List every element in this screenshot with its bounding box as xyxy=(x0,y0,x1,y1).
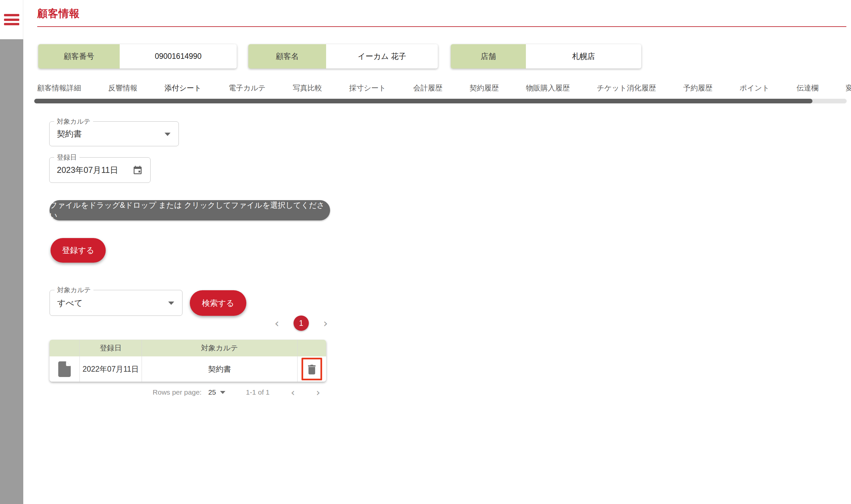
pagination-prev-icon[interactable]: ‹ xyxy=(275,318,279,329)
store-card: 店舗 札幌店 xyxy=(451,44,641,69)
hamburger-menu-icon[interactable] xyxy=(4,14,19,25)
attachments-table: 登録日 対象カルテ 2022年07月11日 契約書 xyxy=(50,340,326,382)
tab-clipped[interactable]: 変 xyxy=(846,82,851,96)
pagination-page-1[interactable]: 1 xyxy=(293,316,309,331)
chevron-down-icon xyxy=(168,302,174,305)
tab-ticket-usage-history[interactable]: チケット消化履歴 xyxy=(597,82,656,96)
hamburger-bar xyxy=(4,14,19,16)
header-file-column xyxy=(50,340,80,356)
chevron-down-icon xyxy=(220,391,225,394)
store-label: 店舗 xyxy=(451,44,526,69)
rows-per-page-value: 25 xyxy=(208,388,216,396)
actions-cell xyxy=(297,356,326,382)
table-row: 2022年07月11日 契約書 xyxy=(50,356,326,382)
table-prev-page-icon[interactable]: ‹ xyxy=(291,386,295,398)
chevron-down-icon xyxy=(165,133,170,136)
file-icon[interactable] xyxy=(58,361,71,377)
register-button[interactable]: 登録する xyxy=(51,238,106,263)
tab-customer-detail[interactable]: 顧客情報詳細 xyxy=(37,82,81,96)
sidebar-collapsed xyxy=(0,39,23,504)
app-window: 顧客情報 顧客番号 09001614990 顧客名 イーカム 花子 店舗 札幌店… xyxy=(0,0,851,504)
pagination-next-icon[interactable]: › xyxy=(323,318,328,329)
scrollbar-thumb[interactable] xyxy=(34,99,812,103)
target-karte-select[interactable]: 対象カルテ 契約書 xyxy=(49,121,179,146)
tab-merchandise-history[interactable]: 物販購入履歴 xyxy=(526,82,570,96)
table-next-page-icon[interactable]: › xyxy=(316,386,320,398)
search-karte-select[interactable]: 対象カルテ すべて xyxy=(50,290,182,316)
tab-strip: 顧客情報詳細 反響情報 添付シート 電子カルテ 写真比較 採寸シート 会計履歴 … xyxy=(37,82,851,96)
table-footer: Rows per page: 25 1-1 of 1 ‹ › xyxy=(50,385,326,400)
header-actions-column xyxy=(297,340,326,356)
tab-contract-history[interactable]: 契約履歴 xyxy=(469,82,499,96)
page-title: 顧客情報 xyxy=(37,7,80,21)
tab-response-info[interactable]: 反響情報 xyxy=(108,82,138,96)
customer-number-label: 顧客番号 xyxy=(38,44,120,69)
target-karte-select-value: 契約書 xyxy=(57,122,82,146)
trash-icon xyxy=(307,363,317,375)
customer-name-card: 顧客名 イーカム 花子 xyxy=(248,44,438,69)
tabs-horizontal-scrollbar[interactable] xyxy=(34,99,847,103)
tab-electronic-karte[interactable]: 電子カルテ xyxy=(229,82,266,96)
rows-per-page-select[interactable]: 25 xyxy=(208,388,225,396)
customer-name-value: イーカム 花子 xyxy=(326,44,438,69)
date-cell: 2022年07月11日 xyxy=(80,356,142,382)
hamburger-bar xyxy=(4,19,19,21)
search-button[interactable]: 検索する xyxy=(190,290,246,316)
file-cell xyxy=(50,356,80,382)
tab-measurement-sheet[interactable]: 採寸シート xyxy=(349,82,386,96)
tab-photo-compare[interactable]: 写真比較 xyxy=(293,82,322,96)
tab-points[interactable]: ポイント xyxy=(740,82,769,96)
calendar-icon[interactable] xyxy=(132,165,143,176)
customer-number-value: 09001614990 xyxy=(120,44,237,69)
delete-button-highlighted[interactable] xyxy=(302,358,322,380)
search-karte-select-value: すべて xyxy=(57,290,83,316)
rows-per-page-label: Rows per page: xyxy=(152,388,201,396)
header-date-column: 登録日 xyxy=(80,340,142,356)
table-header-row: 登録日 対象カルテ xyxy=(50,340,326,356)
tab-attachment-sheet[interactable]: 添付シート xyxy=(165,82,201,96)
title-divider xyxy=(37,26,846,27)
header-karte-column: 対象カルテ xyxy=(142,340,297,356)
customer-name-label: 顧客名 xyxy=(248,44,326,69)
store-value: 札幌店 xyxy=(526,44,641,69)
customer-number-card: 顧客番号 09001614990 xyxy=(38,44,237,69)
tab-message-board[interactable]: 伝達欄 xyxy=(796,82,818,96)
tab-accounting-history[interactable]: 会計履歴 xyxy=(413,82,442,96)
registration-date-value: 2023年07月11日 xyxy=(57,158,118,182)
file-dropzone[interactable]: ファイルをドラッグ&ドロップ または クリックしてファイルを選択してください xyxy=(50,200,330,220)
tab-reservation-history[interactable]: 予約履歴 xyxy=(683,82,712,96)
hamburger-bar xyxy=(4,23,19,25)
pagination: ‹ 1 › xyxy=(275,314,328,332)
karte-cell: 契約書 xyxy=(142,356,297,382)
registration-date-field[interactable]: 登録日 2023年07月11日 xyxy=(49,157,150,183)
sidebar-header xyxy=(0,0,23,39)
rows-range-label: 1-1 of 1 xyxy=(246,388,270,396)
file-dropzone-text: ファイルをドラッグ&ドロップ または クリックしてファイルを選択してください xyxy=(50,200,330,221)
